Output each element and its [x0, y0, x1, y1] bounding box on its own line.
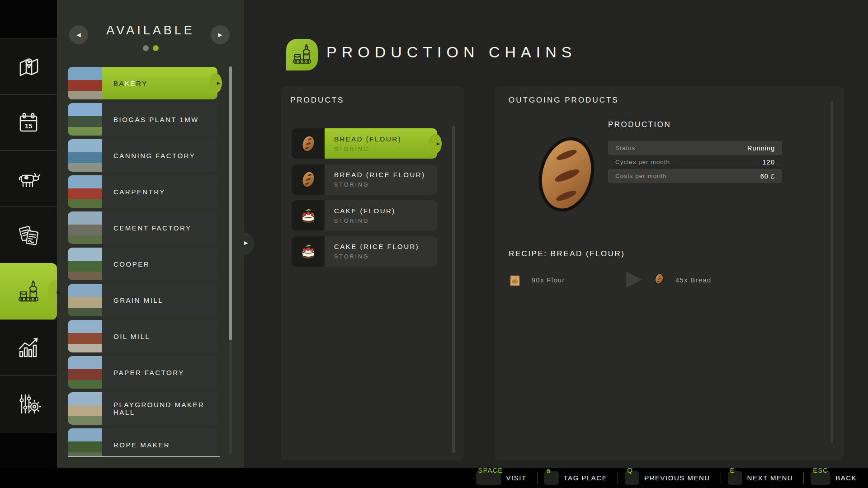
product-list-scrollbar[interactable] — [452, 126, 455, 453]
page-title: PRODUCTION CHAINS — [326, 43, 576, 61]
product-status: STORING — [334, 146, 437, 152]
building-list-item-playground-maker-hall[interactable]: PLAYGROUND MAKER HALL — [68, 392, 217, 425]
product-item-cake-rice-flour-[interactable]: CAKE (RICE FLOUR)STORING — [292, 236, 437, 267]
products-panel-title: PRODUCTS — [290, 96, 344, 105]
documents-icon — [16, 223, 41, 248]
recipe-input-amount: 90x Flour — [532, 277, 565, 284]
sidebar-item-calendar[interactable]: 15 — [0, 94, 57, 151]
key-action-label: BACK — [835, 474, 857, 482]
recipe-arrow-icon: ▶ — [626, 266, 642, 290]
product-info: BREAD (RICE FLOUR)STORING — [325, 164, 437, 195]
sidebar-item-map[interactable] — [0, 38, 57, 95]
production-icon — [16, 279, 41, 305]
available-buildings-panel: ◀ AVAILABLE ▶ BAKERY▶BIOGAS PLANT 1MWCAN… — [57, 0, 244, 468]
production-stat-row-status: StatusRunning — [608, 141, 782, 155]
pagination-dots — [57, 45, 244, 51]
building-list-item-oil-mill[interactable]: OIL MILL — [68, 320, 217, 352]
page-next-button[interactable]: ▶ — [211, 25, 230, 44]
bread-icon — [298, 133, 319, 154]
cake-icon — [298, 205, 319, 226]
hint-divider — [618, 472, 618, 484]
hint-divider — [537, 472, 538, 484]
hint-divider — [721, 472, 721, 484]
sliders-gear-icon — [16, 391, 41, 417]
hint-divider — [803, 472, 804, 484]
product-icon-box — [292, 200, 325, 230]
building-list-item-paper-factory[interactable]: PAPER FACTORY — [68, 356, 217, 389]
key-cap: a — [544, 471, 559, 485]
building-list: BAKERY▶BIOGAS PLANT 1MWCANNING FACTORYCA… — [68, 67, 236, 456]
production-section-title: PRODUCTION — [608, 120, 671, 129]
building-thumbnail — [68, 248, 102, 280]
list-bottom-divider — [68, 456, 220, 457]
building-list-scrollbar-thumb[interactable] — [229, 66, 232, 340]
key-hint-visit[interactable]: SPACEVISIT — [476, 471, 535, 485]
building-list-item-canning-factory[interactable]: CANNING FACTORY — [68, 139, 217, 172]
key-cap: E — [728, 471, 742, 485]
key-hint-back[interactable]: ESCBACK — [811, 471, 865, 485]
building-label: ROPE MAKER — [102, 428, 170, 456]
key-hint-next-menu[interactable]: ENEXT MENU — [728, 471, 802, 485]
stat-label: Status — [615, 145, 635, 151]
stat-value: 120 — [763, 159, 775, 166]
product-icon-box — [292, 236, 325, 267]
product-info: BREAD (FLOUR)STORING — [325, 128, 437, 159]
selected-row-arrow-icon: ▶ — [217, 81, 220, 85]
sidebar-item-statistics[interactable] — [0, 319, 57, 376]
building-list-item-bakery[interactable]: BAKERY▶ — [68, 67, 217, 99]
key-action-label: NEXT MENU — [747, 474, 793, 482]
product-icon-box — [292, 164, 325, 195]
stat-value: 60 £ — [760, 173, 775, 180]
key-name: E — [730, 466, 735, 474]
selected-product-arrow-icon: ▶ — [437, 141, 440, 146]
calendar-icon: 15 — [16, 110, 41, 136]
main-menu-sidebar: 15 ▶ — [0, 0, 57, 488]
building-list-item-grain-mill[interactable]: GRAIN MILL — [68, 284, 217, 316]
building-label: PLAYGROUND MAKER HALL — [102, 392, 217, 425]
building-label: GRAIN MILL — [102, 284, 163, 316]
svg-text:15: 15 — [25, 122, 33, 130]
chart-icon — [16, 335, 41, 361]
building-list-item-cooper[interactable]: COOPER — [68, 248, 217, 280]
production-chains-screen: 15 ▶ ◀ AVAILABLE ▶ BAKERY▶BIOGAS PLANT 1… — [0, 0, 868, 488]
building-thumbnail — [68, 103, 102, 136]
key-cap: SPACE — [476, 471, 501, 485]
key-hint-bar: SPACEVISITaTAG PLACEQPREVIOUS MENUENEXT … — [0, 468, 868, 488]
recipe-output-amount: 45x Bread — [675, 277, 712, 284]
product-name: BREAD (FLOUR) — [334, 135, 437, 143]
sidebar-item-production-chains[interactable]: ▶ — [0, 263, 57, 320]
building-label: PAPER FACTORY — [102, 356, 184, 389]
key-action-label: TAG PLACE — [564, 474, 608, 482]
key-action-label: VISIT — [506, 474, 527, 482]
product-name: CAKE (FLOUR) — [334, 207, 437, 215]
outgoing-panel-scrollbar[interactable] — [830, 101, 833, 443]
key-name: SPACE — [478, 466, 503, 474]
sidebar-item-animals[interactable] — [0, 150, 57, 207]
building-list-item-biogas-plant-1mw[interactable]: BIOGAS PLANT 1MW — [68, 103, 217, 136]
building-list-item-carpentry[interactable]: CARPENTRY — [68, 175, 217, 208]
bread-icon — [652, 272, 666, 287]
building-label: OIL MILL — [102, 320, 150, 352]
product-status: STORING — [334, 253, 437, 260]
selected-tab-arrow-icon: ▶ — [57, 289, 61, 295]
key-hint-tag-place[interactable]: aTAG PLACE — [544, 471, 616, 485]
building-list-item-cement-factory[interactable]: CEMENT FACTORY — [68, 211, 217, 244]
building-thumbnail — [68, 356, 102, 389]
building-list-item-rope-maker[interactable]: ROPE MAKER — [68, 428, 217, 456]
building-label: BAKERY — [102, 67, 148, 99]
key-name: ESC — [813, 466, 828, 474]
sidebar-item-settings[interactable] — [0, 375, 57, 432]
product-status: STORING — [334, 218, 437, 224]
building-label: CANNING FACTORY — [102, 139, 195, 172]
building-thumbnail — [68, 211, 102, 244]
sidebar-item-contracts[interactable] — [0, 206, 57, 263]
product-item-bread-flour-[interactable]: BREAD (FLOUR)STORING▶ — [292, 128, 437, 159]
map-icon — [16, 54, 41, 80]
outgoing-panel-title: OUTGOING PRODUCTS — [509, 96, 619, 105]
page-dot-2-active — [153, 45, 159, 51]
product-item-bread-rice-flour-[interactable]: BREAD (RICE FLOUR)STORING — [292, 164, 437, 195]
building-label: CEMENT FACTORY — [102, 211, 192, 244]
key-hint-previous-menu[interactable]: QPREVIOUS MENU — [625, 471, 718, 485]
page-dot-1 — [143, 45, 149, 51]
product-item-cake-flour-[interactable]: CAKE (FLOUR)STORING — [292, 200, 437, 230]
